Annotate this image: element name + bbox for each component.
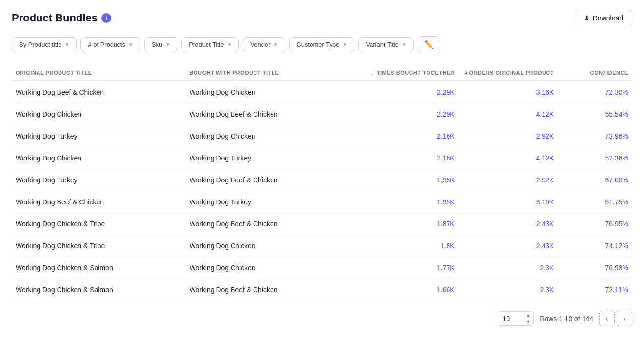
table-row: Working Dog Chicken & Salmon Working Dog… (12, 257, 632, 279)
table-row: Working Dog Chicken Working Dog Turkey 2… (12, 147, 632, 169)
cell-orders-original: 2.43K (459, 213, 558, 235)
cell-original-product: Working Dog Chicken (12, 103, 185, 125)
cell-original-product: Working Dog Chicken & Tripe (12, 213, 185, 235)
cell-confidence: 72.30% (558, 81, 632, 103)
cell-orders-original: 2.3K (459, 257, 558, 279)
table-row: Working Dog Beef & Chicken Working Dog C… (12, 81, 632, 103)
edit-columns-button[interactable]: ✏️ (418, 36, 440, 53)
col-original-product-title: ORIGINAL PRODUCT TITLE (12, 65, 185, 81)
cell-bought-with-product: Working Dog Turkey (185, 191, 359, 213)
table-row: Working Dog Chicken Working Dog Beef & C… (12, 103, 632, 125)
filter-variant-title-label: Variant Title (366, 41, 399, 48)
col-bought-with-product-title: BOUGHT WITH PRODUCT TITLE (185, 65, 359, 81)
table-row: Working Dog Beef & Chicken Working Dog T… (12, 191, 632, 213)
cell-bought-with-product: Working Dog Beef & Chicken (185, 169, 359, 191)
rows-increase-button[interactable]: ▲ (523, 312, 533, 319)
table-row: Working Dog Chicken & Tripe Working Dog … (12, 235, 632, 257)
chevron-down-icon: ▼ (165, 42, 170, 47)
cell-times-bought: 1.87K (359, 213, 459, 235)
col-orders-original-product: # ORDERS ORIGINAL PRODUCT (459, 65, 558, 81)
cell-times-bought: 1.95K (359, 169, 459, 191)
cell-times-bought: 1.66K (359, 279, 459, 301)
cell-bought-with-product: Working Dog Chicken (185, 81, 359, 103)
filter-customer-type-label: Customer Type (296, 41, 339, 48)
cell-times-bought: 1.77K (359, 257, 459, 279)
chevron-down-icon: ▼ (273, 42, 278, 47)
cell-original-product: Working Dog Beef & Chicken (12, 81, 185, 103)
cell-orders-original: 4.12K (459, 103, 558, 125)
cell-original-product: Working Dog Chicken (12, 147, 185, 169)
rows-per-page-input[interactable]: 10 25 50 100 (498, 312, 523, 325)
cell-orders-original: 2.92K (459, 169, 558, 191)
table-header-row: ORIGINAL PRODUCT TITLE BOUGHT WITH PRODU… (12, 65, 632, 81)
cell-orders-original: 2.3K (459, 279, 558, 301)
cell-bought-with-product: Working Dog Chicken (185, 257, 359, 279)
cell-orders-original: 3.16K (459, 191, 558, 213)
cell-original-product: Working Dog Chicken & Salmon (12, 257, 185, 279)
rows-stepper[interactable]: ▲ ▼ (523, 312, 533, 325)
cell-confidence: 72.11% (558, 279, 632, 301)
cell-orders-original: 3.16K (459, 81, 558, 103)
chevron-down-icon: ▼ (128, 42, 133, 47)
cell-confidence: 73.96% (558, 125, 632, 147)
cell-times-bought: 2.29K (359, 103, 459, 125)
cell-original-product: Working Dog Chicken & Salmon (12, 279, 185, 301)
cell-times-bought: 2.29K (359, 81, 459, 103)
rows-decrease-button[interactable]: ▼ (523, 319, 533, 325)
cell-original-product: Working Dog Turkey (12, 125, 185, 147)
download-icon: ⬇ (584, 14, 590, 22)
info-icon[interactable]: i (101, 13, 111, 23)
cell-confidence: 55.54% (558, 103, 632, 125)
cell-orders-original: 4.12K (459, 147, 558, 169)
filter-bar: By Product title ▼ # of Products ▼ Sku ▼… (12, 36, 632, 53)
filter-vendor-label: Vendor (250, 41, 270, 48)
cell-confidence: 52.36% (558, 147, 632, 169)
cell-original-product: Working Dog Chicken & Tripe (12, 235, 185, 257)
header-left: Product Bundles i (12, 12, 111, 24)
cell-times-bought: 1.8K (359, 235, 459, 257)
cell-bought-with-product: Working Dog Beef & Chicken (185, 279, 359, 301)
rows-per-page-selector[interactable]: 10 25 50 100 ▲ ▼ (498, 311, 534, 326)
filter-sku[interactable]: Sku ▼ (144, 37, 177, 52)
cell-bought-with-product: Working Dog Chicken (185, 235, 359, 257)
prev-page-button[interactable]: ‹ (599, 311, 615, 326)
next-page-button[interactable]: › (617, 311, 632, 326)
cell-times-bought: 2.16K (359, 147, 459, 169)
filter-group-by[interactable]: By Product title ▼ (12, 37, 77, 52)
col-confidence: CONFIDENCE (558, 65, 632, 81)
filter-num-products-label: # of Products (88, 41, 125, 48)
filter-product-title[interactable]: Product Title ▼ (181, 37, 239, 52)
filter-product-title-label: Product Title (189, 41, 224, 48)
page-header: Product Bundles i ⬇ Download (12, 10, 632, 26)
table-row: Working Dog Turkey Working Dog Beef & Ch… (12, 169, 632, 191)
cell-confidence: 67.00% (558, 169, 632, 191)
filter-variant-title[interactable]: Variant Title ▼ (358, 37, 414, 52)
cell-bought-with-product: Working Dog Beef & Chicken (185, 213, 359, 235)
filter-customer-type[interactable]: Customer Type ▼ (289, 37, 354, 52)
chevron-down-icon: ▼ (342, 42, 347, 47)
cell-times-bought: 2.16K (359, 125, 459, 147)
table-row: Working Dog Turkey Working Dog Chicken 2… (12, 125, 632, 147)
cell-confidence: 76.95% (558, 213, 632, 235)
data-table: ORIGINAL PRODUCT TITLE BOUGHT WITH PRODU… (12, 65, 632, 301)
table-row: Working Dog Chicken & Salmon Working Dog… (12, 279, 632, 301)
chevron-down-icon: ▼ (227, 42, 232, 47)
cell-bought-with-product: Working Dog Beef & Chicken (185, 103, 359, 125)
filter-vendor[interactable]: Vendor ▼ (243, 37, 285, 52)
rows-label: Rows 1-10 of 144 (540, 315, 593, 322)
chevron-down-icon: ▼ (64, 42, 69, 47)
pencil-icon: ✏️ (424, 40, 434, 49)
cell-confidence: 76.98% (558, 257, 632, 279)
download-button[interactable]: ⬇ Download (575, 10, 632, 26)
cell-orders-original: 2.92K (459, 125, 558, 147)
page-title: Product Bundles (12, 12, 98, 24)
cell-times-bought: 1.95K (359, 191, 459, 213)
sort-desc-icon: ↓ (370, 70, 373, 76)
cell-original-product: Working Dog Beef & Chicken (12, 191, 185, 213)
cell-bought-with-product: Working Dog Turkey (185, 147, 359, 169)
col-times-bought-together[interactable]: ↓ TIMES BOUGHT TOGETHER (359, 65, 459, 81)
cell-orders-original: 2.43K (459, 235, 558, 257)
cell-confidence: 61.75% (558, 191, 632, 213)
filter-sku-label: Sku (152, 41, 162, 48)
filter-num-products[interactable]: # of Products ▼ (80, 37, 140, 52)
